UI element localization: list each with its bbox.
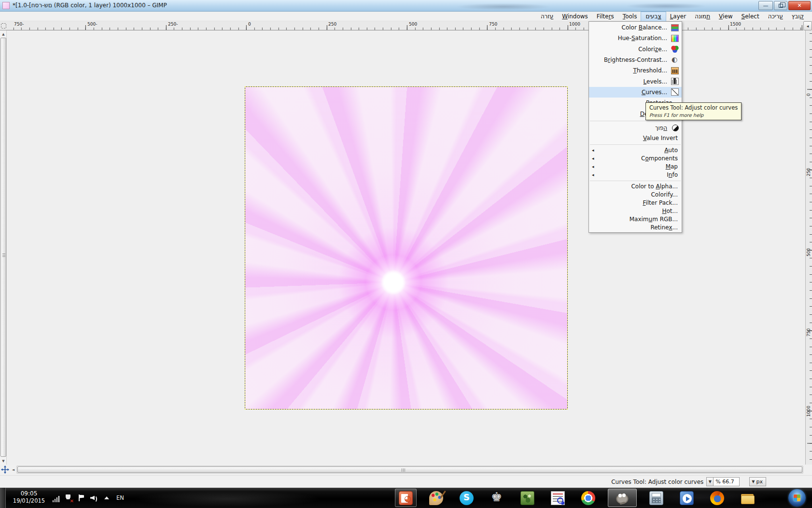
menubar-item[interactable]: צבעים: [641, 12, 665, 21]
colors-menu-item[interactable]: Filter Pack...: [589, 199, 682, 207]
taskbar-app-media-player[interactable]: [676, 489, 698, 507]
ruler-tick-label: 0: [806, 91, 811, 98]
colors-menu-item[interactable]: ◂Map: [589, 163, 682, 171]
ruler-corner-icon[interactable]: [0, 21, 7, 30]
menu-item-label: Hot...: [598, 208, 679, 214]
image-menu-arrow-button[interactable]: ◂: [803, 21, 812, 30]
menu-item-label: Color to Alpha...: [598, 183, 679, 190]
menubar-item[interactable]: קובץ: [787, 12, 808, 21]
show-desktop-button[interactable]: [0, 488, 6, 508]
taskbar-app-internet-explorer[interactable]: [767, 489, 789, 507]
volume-icon[interactable]: [90, 494, 98, 502]
menubar-item[interactable]: Select: [737, 12, 764, 21]
flag-icon[interactable]: [77, 494, 85, 502]
restore-button[interactable]: [774, 1, 787, 10]
taskbar: 09:05 19/01/2015 EN: [0, 488, 812, 508]
taskbar-app-chrome[interactable]: [577, 489, 599, 507]
system-tray: EN: [52, 492, 124, 504]
colors-menu-item[interactable]: ◂Components: [589, 155, 682, 163]
colors-menu-item[interactable]: Brightness-Contrast...: [589, 55, 682, 65]
horizontal-scrollbar[interactable]: [16, 466, 803, 474]
menubar-item[interactable]: תמונה: [690, 12, 714, 21]
colors-menu-item[interactable]: Value Invert: [589, 133, 682, 143]
colors-menu-item[interactable]: Color to Alpha...: [589, 183, 682, 191]
chevron-up-icon[interactable]: [102, 494, 111, 502]
ruler-tick-label: 750: [806, 330, 811, 337]
taskbar-clock[interactable]: 09:05 19/01/2015: [7, 490, 51, 505]
menubar-item[interactable]: Tools: [618, 12, 642, 21]
canvas-area[interactable]: [7, 30, 805, 465]
ruler-tick-label: 1500: [730, 22, 741, 27]
scroll-down-arrow[interactable]: ▼: [0, 458, 6, 464]
taskbar-app-skype[interactable]: [456, 489, 477, 507]
status-message: Curves Tool: Adjust color curves: [611, 479, 703, 485]
title-bar[interactable]: *[1.0-[חסר-שם (RGB color, 1 layer) 1000x…: [0, 0, 812, 12]
unit-combo[interactable]: ▼ px: [749, 477, 766, 486]
colors-menu-item[interactable]: Maximum RGB...: [589, 215, 682, 224]
close-button[interactable]: ✕: [788, 1, 811, 10]
scroll-left-arrow[interactable]: ◄: [11, 466, 16, 473]
taskbar-app-gimp[interactable]: [608, 489, 637, 507]
scrollbar-grip-icon: [2, 254, 5, 257]
menubar-item[interactable]: עזרה: [536, 12, 558, 21]
colors-menu-item[interactable]: Hue-Saturation...: [589, 33, 682, 43]
horizontal-scrollbar-thumb[interactable]: [17, 466, 802, 473]
colors-menu-item[interactable]: ◂Info: [589, 171, 682, 179]
zoom-level-combo[interactable]: ▼ % 66.7: [706, 477, 740, 486]
submenu-arrow-icon: ◂: [592, 148, 598, 153]
vertical-scrollbar[interactable]: ▲ ▼: [0, 30, 7, 465]
restore-icon: [779, 4, 783, 8]
taskbar-app-paint[interactable]: [425, 489, 447, 507]
colors-menu-item[interactable]: Retinex...: [589, 224, 682, 232]
threshold-icon: [671, 67, 679, 74]
paint-icon: [429, 491, 443, 505]
gimp-icon: [616, 491, 630, 505]
colors-menu-item[interactable]: ◂Auto: [589, 146, 682, 155]
menubar-item[interactable]: עריכה: [764, 12, 787, 21]
menu-item-label: Value Invert: [598, 135, 679, 141]
colors-menu-item[interactable]: Colorize...: [589, 44, 682, 55]
explorer-icon: [741, 491, 755, 505]
vertical-scrollbar-thumb[interactable]: [0, 38, 6, 457]
colors-menu-item[interactable]: Colorify...: [589, 191, 682, 199]
taskbar-app-babylon[interactable]: [547, 489, 569, 507]
menu-item-label: Colorize...: [598, 46, 667, 53]
menubar-item[interactable]: Filters: [592, 12, 618, 21]
taskbar-app-firefox[interactable]: [706, 489, 728, 507]
signal-icon[interactable]: [52, 494, 60, 502]
taskbar-app-game[interactable]: [517, 489, 538, 507]
submenu-arrow-icon: ◂: [592, 164, 598, 169]
colors-menu-item[interactable]: Hot...: [589, 207, 682, 215]
hue-saturation-icon: [671, 35, 679, 42]
taskbar-app-explorer[interactable]: [737, 489, 758, 507]
menu-bar: עזרהWindowsFiltersToolsצבעיםLayerתמונהVi…: [0, 12, 812, 21]
chevron-down-icon[interactable]: ▼: [706, 477, 714, 486]
language-indicator[interactable]: EN: [116, 494, 124, 501]
colors-menu-item[interactable]: Threshold...: [589, 65, 682, 76]
starburst-image[interactable]: [245, 87, 567, 409]
colors-menu-item[interactable]: Levels...: [589, 76, 682, 86]
scroll-up-arrow[interactable]: ▲: [0, 31, 6, 37]
zoom-level-value[interactable]: % 66.7: [714, 477, 740, 486]
ruler-tick-label: 750: [489, 22, 497, 27]
menubar-item[interactable]: Layer: [666, 12, 690, 21]
vertical-ruler[interactable]: 02505007501000: [805, 30, 812, 465]
minimize-button[interactable]: —: [758, 1, 773, 10]
taskbar-app-powerpoint[interactable]: [395, 489, 417, 507]
horizontal-ruler[interactable]: 750-500-250-0250500750100012501500: [7, 21, 803, 30]
colors-menu-item[interactable]: Color Balance...: [589, 22, 682, 33]
colors-menu-item[interactable]: הפוך: [589, 123, 682, 133]
menu-separator: [590, 121, 681, 121]
menu-item-label: Hue-Saturation...: [598, 35, 667, 42]
status-bar: Curves Tool: Adjust color curves ▼ % 66.…: [0, 475, 812, 488]
internet-explorer-icon: [771, 491, 785, 505]
power-icon[interactable]: [65, 494, 73, 502]
menubar-item[interactable]: View: [714, 12, 737, 21]
start-button[interactable]: [788, 489, 806, 507]
colors-menu-item[interactable]: Curves...: [589, 87, 682, 98]
taskbar-app-chess[interactable]: [486, 489, 508, 507]
menubar-item[interactable]: Windows: [558, 12, 592, 21]
tooltip: Curves Tool: Adjust color curves Press F…: [645, 102, 742, 120]
taskbar-app-calculator[interactable]: [645, 489, 667, 507]
pan-navigation-button[interactable]: [0, 465, 10, 474]
